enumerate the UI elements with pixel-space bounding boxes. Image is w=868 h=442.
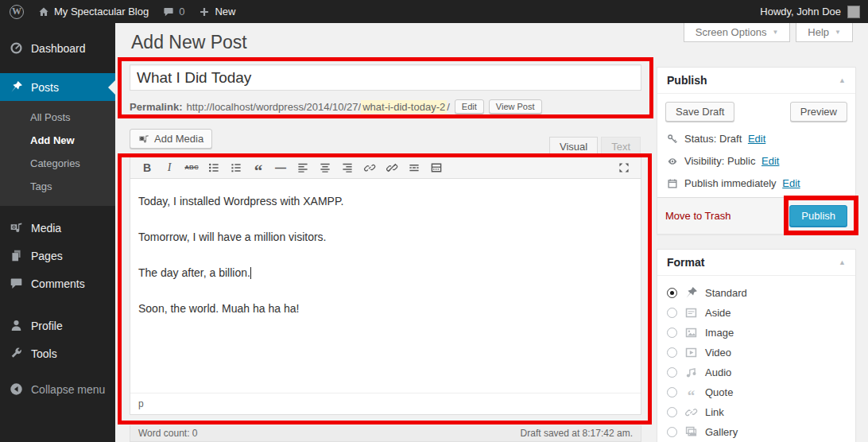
more-tag-button[interactable]: [404, 158, 424, 177]
add-media-button[interactable]: Add Media: [130, 129, 212, 149]
sidebar-item-categories[interactable]: Categories: [0, 152, 115, 175]
edit-status-link[interactable]: Edit: [748, 133, 765, 145]
sidebar-item-all-posts[interactable]: All Posts: [0, 106, 115, 129]
editor-tools-row: Add Media Visual Text: [130, 127, 641, 156]
permalink-row: Permalink: http://localhost/wordpress/20…: [130, 97, 641, 116]
publish-button[interactable]: Publish: [789, 205, 847, 227]
italic-button[interactable]: I: [159, 158, 180, 177]
calendar-icon: [667, 178, 678, 189]
chevron-down-icon: ▼: [772, 29, 778, 36]
site-name-link[interactable]: My Spectacular Blog: [31, 0, 156, 23]
admin-bar-new[interactable]: New: [192, 0, 242, 23]
draft-saved-timestamp: Draft saved at 8:17:42 am.: [521, 428, 633, 439]
toolbar-toggle-button[interactable]: [426, 158, 447, 177]
preview-button[interactable]: Preview: [790, 102, 847, 122]
publish-panel-body: Save Draft Preview Status: Draft Edit Vi…: [657, 94, 855, 207]
permalink-base: http://localhost/wordpress/2014/10/27/: [186, 101, 361, 113]
format-option-quote[interactable]: “ Quote: [667, 382, 846, 402]
sidebar-label-media: Media: [31, 222, 61, 235]
editor-content-area[interactable]: Today, I installed Wordpress with XAMPP.…: [130, 179, 641, 393]
sidebar-item-collapse-menu[interactable]: Collapse menu: [0, 375, 115, 403]
sidebar-label-pages: Pages: [31, 250, 63, 262]
sidebar-item-tools[interactable]: Tools: [0, 339, 115, 367]
editor-paragraph: Soon, the world. Muah ha ha ha!: [138, 302, 633, 315]
radio-standard[interactable]: [667, 288, 677, 298]
sidebar-item-pages[interactable]: Pages: [0, 242, 115, 269]
radio-link[interactable]: [667, 407, 677, 417]
radio-audio[interactable]: [667, 367, 677, 378]
move-to-trash-link[interactable]: Move to Trash: [665, 210, 730, 222]
editor-element-path: p: [130, 393, 641, 414]
strikethrough-button[interactable]: ABC: [181, 158, 202, 177]
sidebar-label-comments: Comments: [31, 277, 85, 290]
sidebar-item-dashboard[interactable]: Dashboard: [0, 34, 115, 62]
panel-collapse-icon[interactable]: ▲: [839, 258, 846, 266]
sidebar-item-add-new[interactable]: Add New: [0, 129, 115, 152]
format-label: Gallery: [705, 426, 738, 438]
format-option-gallery[interactable]: Gallery: [667, 422, 846, 442]
link-icon: [684, 405, 698, 419]
publish-panel-header[interactable]: Publish ▲: [657, 68, 855, 94]
publish-panel: Publish ▲ Save Draft Preview Status: Dra…: [657, 67, 856, 235]
pages-icon: [10, 249, 23, 262]
radio-quote[interactable]: [667, 387, 677, 397]
sidebar-item-media[interactable]: Media: [0, 214, 115, 242]
align-center-button[interactable]: [315, 158, 335, 177]
post-status-info: Word count: 0 Draft saved at 8:17:42 am.: [130, 425, 641, 442]
eye-icon: [667, 156, 678, 167]
radio-gallery[interactable]: [667, 427, 677, 437]
editor-paragraph: The day after, a billion.: [138, 266, 633, 279]
format-option-link[interactable]: Link: [667, 402, 846, 422]
format-panel: Format ▲ Standard Aside Image V: [657, 249, 856, 442]
edit-permalink-button[interactable]: Edit: [455, 99, 484, 114]
sidebar-item-profile[interactable]: Profile: [0, 312, 115, 339]
schedule-text: Publish immediately Edit: [684, 177, 800, 189]
screen-options-button[interactable]: Screen Options ▼: [684, 23, 791, 42]
content-editor: B I ABC “ — Today, I installed Wordpress…: [130, 156, 641, 415]
remove-link-button[interactable]: [382, 158, 402, 177]
fullscreen-button[interactable]: [614, 158, 634, 177]
wordpress-logo-menu[interactable]: W: [0, 0, 31, 23]
format-option-aside[interactable]: Aside: [667, 303, 846, 323]
admin-bar-comments[interactable]: 0: [156, 0, 192, 23]
align-left-button[interactable]: [293, 158, 313, 177]
help-button[interactable]: Help ▼: [796, 23, 853, 42]
bullet-list-button[interactable]: [203, 158, 224, 177]
insert-link-button[interactable]: [359, 158, 380, 177]
save-draft-button[interactable]: Save Draft: [665, 102, 734, 122]
bold-button[interactable]: B: [137, 158, 157, 177]
align-right-button[interactable]: [337, 158, 358, 177]
numbered-list-button[interactable]: [226, 158, 246, 177]
radio-video[interactable]: [667, 347, 677, 358]
post-title-input[interactable]: [130, 64, 641, 91]
permalink-slug: what-i-did-today-2: [361, 100, 447, 114]
format-option-image[interactable]: Image: [667, 323, 846, 343]
user-avatar[interactable]: [847, 6, 860, 18]
sidebar-item-posts[interactable]: Posts: [0, 73, 115, 101]
format-option-video[interactable]: Video: [667, 343, 846, 363]
tab-text[interactable]: Text: [601, 137, 641, 156]
publish-panel-title: Publish: [667, 74, 707, 87]
edit-visibility-link[interactable]: Edit: [761, 155, 779, 167]
edit-schedule-link[interactable]: Edit: [782, 177, 800, 189]
wordpress-admin-screen: W My Spectacular Blog 0 New Howdy, John …: [0, 0, 868, 442]
sidebar-label-posts: Posts: [31, 81, 59, 94]
format-option-audio[interactable]: Audio: [667, 363, 846, 382]
sidebar-item-comments[interactable]: Comments: [0, 269, 115, 297]
format-panel-header[interactable]: Format ▲: [657, 250, 855, 276]
visibility-text: Visibility: Public Edit: [684, 155, 779, 167]
schedule-label: Publish immediately: [684, 177, 777, 189]
tab-visual[interactable]: Visual: [549, 137, 598, 156]
chevron-down-icon: ▼: [835, 29, 841, 36]
view-post-button[interactable]: View Post: [489, 99, 542, 114]
panel-collapse-icon[interactable]: ▲: [839, 76, 846, 84]
format-option-standard[interactable]: Standard: [667, 283, 846, 303]
video-icon: [684, 346, 698, 359]
radio-image[interactable]: [667, 328, 677, 338]
link-icon: [363, 161, 376, 174]
horizontal-rule-button[interactable]: —: [270, 158, 291, 177]
blockquote-button[interactable]: “: [248, 158, 269, 177]
howdy-user-link[interactable]: Howdy, John Doe: [760, 6, 841, 17]
sidebar-item-tags[interactable]: Tags: [0, 175, 115, 198]
radio-aside[interactable]: [667, 308, 677, 318]
